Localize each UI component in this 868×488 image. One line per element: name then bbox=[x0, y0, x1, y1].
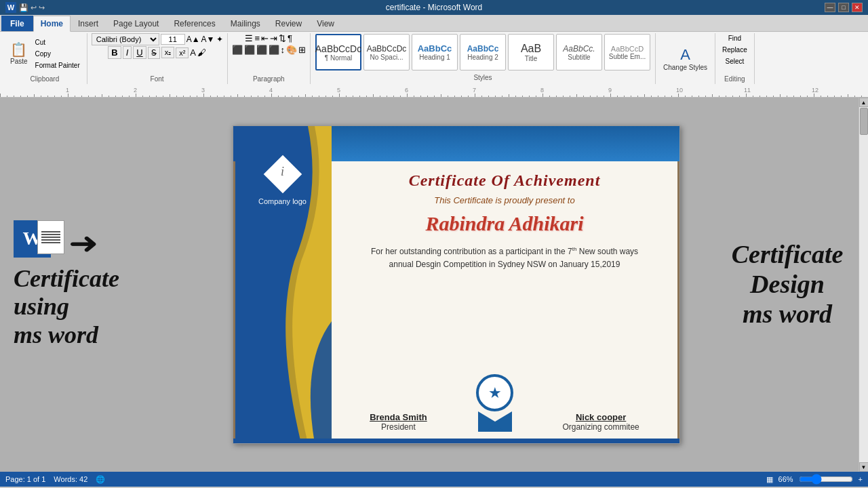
scroll-track[interactable] bbox=[859, 107, 869, 462]
italic-button[interactable]: I bbox=[123, 46, 132, 59]
copy-button[interactable]: Copy bbox=[33, 49, 83, 59]
close-button[interactable]: ✕ bbox=[852, 3, 863, 12]
font-grow-button[interactable]: A▲ bbox=[186, 35, 200, 44]
zoom-in-button[interactable]: + bbox=[859, 475, 863, 483]
cert-content-area: Certificate Of Achivement This Certifica… bbox=[332, 161, 677, 439]
superscript-button[interactable]: x² bbox=[176, 47, 189, 58]
font-color-button[interactable]: A bbox=[190, 47, 196, 58]
cert-signer2: Nick cooper Organizing commitee bbox=[562, 412, 639, 432]
format-painter-button[interactable]: Format Painter bbox=[33, 60, 83, 70]
find-button[interactable]: Find bbox=[726, 33, 744, 43]
style-nospace[interactable]: AaBbCcDc No Spaci... bbox=[363, 34, 410, 70]
tab-review[interactable]: Review bbox=[268, 16, 309, 31]
cert-bottom-bar bbox=[233, 439, 679, 443]
justify-button[interactable]: ⬛ bbox=[269, 45, 279, 55]
align-right-button[interactable]: ⬛ bbox=[256, 45, 267, 55]
underline-button[interactable]: U bbox=[133, 46, 146, 59]
vertical-scrollbar[interactable]: ▲ ▼ bbox=[859, 98, 868, 472]
cert-right-border bbox=[677, 161, 679, 439]
star-icon: ★ bbox=[488, 384, 502, 402]
bold-button[interactable]: B bbox=[108, 46, 121, 59]
cert-body-text: For her outstanding contribution as a pa… bbox=[359, 245, 650, 271]
bullets-button[interactable]: ☰ bbox=[245, 33, 253, 43]
font-group: Calibri (Body) A▲ A▼ ✦ B I U S̶ x₂ x² A … bbox=[87, 33, 228, 84]
font-name-select[interactable]: Calibri (Body) bbox=[92, 33, 159, 45]
style-subtitle[interactable]: AaBbCc. Subtitle bbox=[556, 34, 602, 70]
cert-badge: ★ bbox=[476, 374, 513, 432]
maximize-button[interactable]: □ bbox=[838, 3, 849, 12]
zoom-level: 66% bbox=[778, 475, 793, 483]
status-right: ▦ 66% + bbox=[766, 475, 863, 484]
font-size-input[interactable] bbox=[161, 34, 185, 45]
font-label: Font bbox=[92, 75, 223, 84]
style-heading1[interactable]: AaBbCc Heading 1 bbox=[412, 34, 458, 70]
cert-logo-area: i Company logo bbox=[233, 146, 332, 205]
outdent-button[interactable]: ⇤ bbox=[261, 33, 269, 43]
left-deco-line1: Certificate bbox=[14, 265, 119, 293]
align-left-button[interactable]: ⬛ bbox=[232, 45, 243, 55]
editing-group: Find Replace Select Editing bbox=[715, 33, 755, 84]
subscript-button[interactable]: x₂ bbox=[161, 47, 175, 58]
numbering-button[interactable]: ≡ bbox=[254, 33, 260, 43]
cert-signer1-title: President bbox=[370, 422, 427, 432]
cert-badge-circle: ★ bbox=[476, 374, 513, 411]
app-icon: W bbox=[5, 2, 16, 13]
style-normal[interactable]: AaBbCcDc ¶ Normal bbox=[315, 34, 361, 70]
show-marks-button[interactable]: ¶ bbox=[288, 33, 292, 43]
replace-button[interactable]: Replace bbox=[719, 45, 750, 55]
ribbon-tab-bar: File Home Insert Page Layout References … bbox=[0, 15, 868, 31]
ribbon-content: 📋 Paste Cut Copy Format Painter Clipboar… bbox=[0, 31, 868, 85]
tab-mailings[interactable]: Mailings bbox=[223, 16, 268, 31]
cert-footer: Brenda Smith President ★ bbox=[345, 367, 664, 432]
change-styles-icon: A bbox=[680, 46, 690, 64]
paste-button[interactable]: 📋 Paste bbox=[7, 35, 31, 73]
tab-home[interactable]: Home bbox=[33, 16, 71, 32]
cert-logo-diamond-wrapper: i bbox=[265, 157, 300, 192]
line-spacing-button[interactable]: ↕ bbox=[281, 45, 285, 55]
clipboard-group: 📋 Paste Cut Copy Format Painter Clipboar… bbox=[3, 33, 87, 84]
page-info: Page: 1 of 1 bbox=[5, 475, 45, 483]
cut-button[interactable]: Cut bbox=[33, 37, 83, 47]
zoom-slider[interactable] bbox=[799, 476, 853, 483]
select-button[interactable]: Select bbox=[723, 56, 747, 66]
document[interactable]: i Company logo Certificate Of Achivement… bbox=[233, 125, 680, 444]
style-subtle-em[interactable]: AaBbCcD Subtle Em... bbox=[604, 34, 650, 70]
highlight-button[interactable]: 🖌 bbox=[197, 47, 206, 58]
font-shrink-button[interactable]: A▼ bbox=[201, 35, 215, 44]
cert-signer2-title: Organizing commitee bbox=[562, 422, 639, 432]
tab-references[interactable]: References bbox=[166, 16, 222, 31]
align-center-button[interactable]: ⬛ bbox=[244, 45, 255, 55]
styles-group: AaBbCcDc ¶ Normal AaBbCcDc No Spaci... A… bbox=[311, 33, 656, 84]
scroll-thumb[interactable] bbox=[860, 108, 868, 135]
tab-insert[interactable]: Insert bbox=[71, 16, 106, 31]
layout-view-icon[interactable]: ▦ bbox=[766, 475, 773, 484]
quick-access[interactable]: 💾 ↩ ↪ bbox=[19, 3, 45, 12]
cert-signer1: Brenda Smith President bbox=[370, 412, 427, 432]
strikethrough-button[interactable]: S̶ bbox=[148, 47, 160, 59]
shading-button[interactable]: 🎨 bbox=[286, 45, 297, 55]
word-count: Words: 42 bbox=[54, 475, 87, 483]
tab-page-layout[interactable]: Page Layout bbox=[106, 16, 166, 31]
clear-format-button[interactable]: ✦ bbox=[216, 35, 223, 44]
cert-badge-ribbon bbox=[478, 411, 512, 432]
tab-file[interactable]: File bbox=[1, 16, 33, 31]
sort-button[interactable]: ⇅ bbox=[279, 33, 286, 43]
style-title[interactable]: AaB Title bbox=[508, 34, 554, 70]
minimize-button[interactable]: — bbox=[825, 3, 835, 12]
tab-view[interactable]: View bbox=[309, 16, 342, 31]
change-styles-button[interactable]: A Change Styles bbox=[660, 40, 711, 78]
scroll-up-button[interactable]: ▲ bbox=[859, 98, 869, 107]
styles-label: Styles bbox=[315, 74, 651, 83]
left-deco-line2: using bbox=[14, 293, 69, 321]
right-deco-line1: Certificate bbox=[732, 240, 844, 270]
cert-recipient-name: Rabindra Adhikari bbox=[425, 212, 583, 235]
cert-title: Certificate Of Achivement bbox=[409, 171, 601, 190]
scroll-down-button[interactable]: ▼ bbox=[859, 462, 869, 472]
doc-icon bbox=[37, 220, 64, 254]
indent-button[interactable]: ⇥ bbox=[270, 33, 277, 43]
arrow-icon: ➜ bbox=[68, 226, 98, 260]
borders-button[interactable]: ⊞ bbox=[298, 45, 306, 55]
style-heading2[interactable]: AaBbCc Heading 2 bbox=[460, 34, 506, 70]
language-icon: 🌐 bbox=[96, 475, 105, 484]
cert-signer2-name: Nick cooper bbox=[562, 412, 639, 422]
